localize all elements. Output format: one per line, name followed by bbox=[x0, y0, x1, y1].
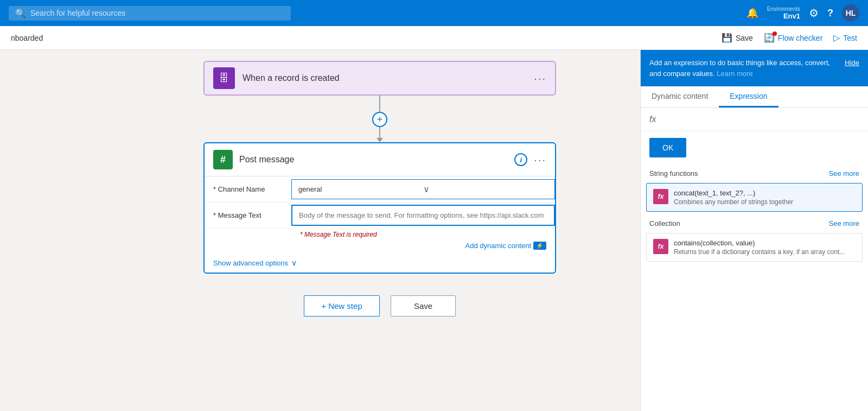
action-body: * Channel Name general ∨ * Message Text … bbox=[205, 176, 555, 273]
info-button[interactable]: i bbox=[514, 153, 527, 166]
collection-see-more-link[interactable]: See more bbox=[829, 219, 859, 227]
right-panel: Add an expression to do basic things lik… bbox=[640, 50, 868, 411]
panel-tabs: Dynamic content Expression bbox=[641, 86, 868, 108]
trigger-icon: 🗄 bbox=[213, 67, 235, 89]
string-see-more-link[interactable]: See more bbox=[829, 169, 859, 178]
message-text-input[interactable] bbox=[291, 205, 555, 226]
settings-icon[interactable]: ⚙ bbox=[809, 7, 819, 20]
bottom-buttons: + New step Save bbox=[304, 295, 456, 317]
new-step-button[interactable]: + New step bbox=[304, 295, 380, 317]
panel-header-text: Add an expression to do basic things lik… bbox=[649, 58, 839, 79]
message-text-label: * Message Text bbox=[205, 205, 291, 226]
concat-function-card[interactable]: fx concat(text_1, text_2?, ...) Combines… bbox=[646, 183, 863, 212]
env-name: Env1 bbox=[783, 12, 800, 20]
fx-input[interactable] bbox=[660, 115, 859, 124]
topbar: 🔍 🔔 Environments Env1 ⚙ ? HL bbox=[0, 0, 868, 26]
message-text-row: * Message Text bbox=[205, 203, 555, 229]
test-icon: ▷ bbox=[833, 33, 840, 43]
ok-button[interactable]: OK bbox=[649, 138, 686, 157]
search-bar[interactable]: 🔍 bbox=[9, 6, 291, 21]
secondbar: nboarded 💾 Save 🔄 Flow checker ▷ Test bbox=[0, 26, 868, 50]
action-header-icons: i ··· bbox=[514, 153, 546, 166]
test-button[interactable]: ▷ Test bbox=[833, 33, 857, 43]
contains-name: contains(collection, value) bbox=[674, 239, 845, 247]
save-label: Save bbox=[736, 34, 753, 42]
channel-name-label: * Channel Name bbox=[205, 179, 291, 200]
save-button[interactable]: 💾 Save bbox=[722, 33, 753, 43]
concat-info: concat(text_1, text_2?, ...) Combines an… bbox=[674, 189, 793, 206]
notification-icon[interactable]: 🔔 bbox=[746, 7, 758, 19]
trigger-menu[interactable]: ··· bbox=[534, 72, 546, 85]
help-icon[interactable]: ? bbox=[827, 8, 833, 19]
trigger-card[interactable]: 🗄 When a record is created ··· bbox=[203, 61, 556, 96]
action-card: # Post message i ··· * Channel Name gene… bbox=[203, 142, 556, 274]
channel-name-row: * Channel Name general ∨ bbox=[205, 176, 555, 203]
collection-header: Collection See more bbox=[641, 214, 868, 231]
string-functions-label: String functions bbox=[649, 169, 698, 178]
add-step-button[interactable]: + bbox=[372, 112, 387, 127]
fx-label: fx bbox=[649, 115, 656, 124]
concat-icon: fx bbox=[653, 189, 668, 204]
contains-info: contains(collection, value) Returns true… bbox=[674, 239, 845, 256]
connector-arrow bbox=[376, 138, 383, 142]
dynamic-content-row: Add dynamic content ⚡ bbox=[205, 238, 555, 253]
channel-name-select[interactable]: general ∨ bbox=[291, 179, 555, 199]
action-card-header: # Post message i ··· bbox=[205, 143, 555, 176]
page-title: nboarded bbox=[11, 34, 43, 42]
test-label: Test bbox=[843, 34, 857, 42]
advanced-chevron-icon: ∨ bbox=[291, 258, 297, 267]
secondbar-actions: 💾 Save 🔄 Flow checker ▷ Test bbox=[722, 33, 857, 43]
flow-checker-icon: 🔄 bbox=[764, 33, 775, 43]
add-dynamic-button[interactable]: Add dynamic content ⚡ bbox=[465, 242, 546, 250]
tab-dynamic-content[interactable]: Dynamic content bbox=[641, 86, 719, 108]
environments-label: Environments bbox=[767, 6, 800, 12]
canvas-save-button[interactable]: Save bbox=[391, 295, 456, 317]
action-menu[interactable]: ··· bbox=[534, 154, 546, 166]
flow-checker-label: Flow checker bbox=[778, 34, 822, 42]
contains-function-card[interactable]: fx contains(collection, value) Returns t… bbox=[646, 233, 863, 262]
panel-content: String functions See more fx concat(text… bbox=[641, 164, 868, 411]
concat-desc: Combines any number of strings together bbox=[674, 198, 793, 206]
channel-chevron-icon: ∨ bbox=[423, 184, 548, 194]
action-icon: # bbox=[213, 150, 233, 169]
tab-expression[interactable]: Expression bbox=[719, 86, 778, 108]
dynamic-badge: ⚡ bbox=[533, 242, 546, 250]
collection-label: Collection bbox=[649, 219, 680, 227]
concat-name: concat(text_1, text_2?, ...) bbox=[674, 189, 793, 197]
add-dynamic-label: Add dynamic content bbox=[465, 242, 531, 250]
hashtag-icon: # bbox=[220, 154, 226, 166]
connector-line-2 bbox=[379, 127, 380, 138]
save-icon: 💾 bbox=[722, 33, 732, 43]
trigger-title: When a record is created bbox=[242, 73, 534, 83]
contains-icon: fx bbox=[653, 239, 668, 254]
topbar-right: 🔔 Environments Env1 ⚙ ? HL bbox=[746, 4, 859, 22]
fx-input-row: fx bbox=[641, 108, 868, 131]
flow-container: 🗄 When a record is created ··· + # Post … bbox=[203, 61, 556, 317]
channel-name-value: general bbox=[298, 185, 423, 193]
search-icon: 🔍 bbox=[15, 8, 26, 18]
flow-checker-button[interactable]: 🔄 Flow checker bbox=[764, 33, 822, 43]
connector-line-1 bbox=[379, 96, 380, 112]
panel-body: fx OK String functions See more fx conca… bbox=[641, 108, 868, 411]
search-input[interactable] bbox=[30, 9, 284, 17]
contains-desc: Returns true if a dictionary contains a … bbox=[674, 248, 845, 256]
panel-header: Add an expression to do basic things lik… bbox=[641, 50, 868, 86]
hide-panel-button[interactable]: Hide bbox=[845, 58, 859, 68]
environment-selector[interactable]: Environments Env1 bbox=[767, 6, 800, 20]
advanced-options-button[interactable]: Show advanced options bbox=[213, 259, 288, 267]
advanced-options-row: Show advanced options ∨ bbox=[205, 253, 555, 273]
learn-more-link[interactable]: Learn more bbox=[717, 69, 752, 78]
error-message: * Message Text is required bbox=[205, 229, 555, 238]
action-title: Post message bbox=[239, 155, 508, 165]
connector-1: + bbox=[372, 96, 387, 142]
avatar[interactable]: HL bbox=[842, 4, 859, 22]
string-functions-header: String functions See more bbox=[641, 164, 868, 181]
